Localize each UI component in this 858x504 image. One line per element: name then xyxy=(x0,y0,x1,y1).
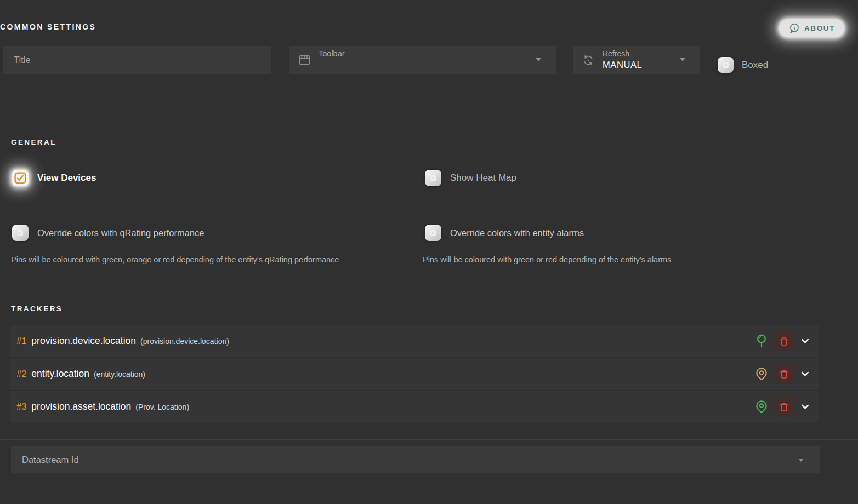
refresh-select[interactable]: Refresh MANUAL xyxy=(573,46,700,74)
about-button-label: ABOUT xyxy=(804,24,835,32)
common-settings-heading: COMMON SETTINGS xyxy=(0,22,96,31)
refresh-select-value: MANUAL xyxy=(603,59,642,71)
tracker-row: #3 provision.asset.location (Prov. Locat… xyxy=(10,390,819,423)
show-heat-map-checkbox[interactable] xyxy=(425,170,441,186)
dropdown-caret-icon xyxy=(680,58,685,61)
dropdown-caret-icon xyxy=(798,459,804,462)
trackers-list: #1 provision.device.location (provision.… xyxy=(10,325,819,423)
tracker-name: entity.location xyxy=(31,368,89,380)
tracker-row: #2 entity.location (entity.location) xyxy=(10,357,819,390)
override-qrating-description: Pins will be coloured with green, orange… xyxy=(11,254,377,265)
section-divider xyxy=(0,439,858,440)
tracker-alias: (provision.device.location) xyxy=(140,337,229,346)
about-button[interactable]: ABOUT xyxy=(779,19,844,37)
trackers-heading: TRACKERS xyxy=(11,305,62,313)
override-alarms-checkbox[interactable] xyxy=(425,225,441,241)
datastream-id-label: Datastream Id xyxy=(22,455,79,465)
show-heat-map-label: Show Heat Map xyxy=(450,173,516,184)
tracker-row: #1 provision.device.location (provision.… xyxy=(10,325,819,357)
location-marker-icon[interactable] xyxy=(754,366,769,381)
dropdown-caret-icon xyxy=(536,58,541,61)
tracker-index: #1 xyxy=(16,336,26,346)
tracker-alias: (entity.location) xyxy=(94,370,145,379)
map-widget-settings-panel: COMMON SETTINGS ABOUT Toolbar xyxy=(0,0,858,504)
override-qrating-label: Override colors with qRating performance xyxy=(37,228,204,238)
delete-tracker-button[interactable] xyxy=(774,331,794,351)
refresh-icon xyxy=(582,54,595,67)
chevron-down-icon[interactable] xyxy=(798,401,811,413)
info-bubble-icon xyxy=(788,22,800,34)
toolbar-select[interactable]: Toolbar xyxy=(289,46,556,74)
toolbar-select-label: Toolbar xyxy=(319,49,345,58)
datastream-id-select[interactable]: Datastream Id xyxy=(11,446,820,473)
override-alarms-description: Pins will be coloured with green or red … xyxy=(423,254,774,265)
location-marker-icon[interactable] xyxy=(754,399,769,414)
tracker-index: #3 xyxy=(16,402,26,412)
chevron-down-icon[interactable] xyxy=(798,335,811,347)
view-devices-checkbox[interactable] xyxy=(12,170,29,186)
tracker-index: #2 xyxy=(16,369,26,379)
override-qrating-checkbox[interactable] xyxy=(12,225,29,241)
general-heading: GENERAL xyxy=(11,138,56,146)
override-alarms-label: Override colors with entity alarms xyxy=(450,228,584,238)
delete-tracker-button[interactable] xyxy=(774,364,794,384)
boxed-checkbox[interactable] xyxy=(718,57,734,73)
toolbar-icon xyxy=(298,54,311,66)
title-input[interactable] xyxy=(3,46,271,74)
chevron-down-icon[interactable] xyxy=(798,368,811,380)
delete-tracker-button[interactable] xyxy=(774,397,794,417)
tracker-name: provision.asset.location xyxy=(31,401,131,413)
section-divider xyxy=(0,116,858,116)
tracker-name: provision.device.location xyxy=(31,335,136,347)
boxed-checkbox-label: Boxed xyxy=(742,60,768,71)
refresh-select-label: Refresh xyxy=(603,49,642,59)
pin-drop-icon[interactable] xyxy=(754,334,769,348)
view-devices-label: View Devices xyxy=(37,173,96,184)
tracker-alias: (Prov. Location) xyxy=(135,403,189,411)
